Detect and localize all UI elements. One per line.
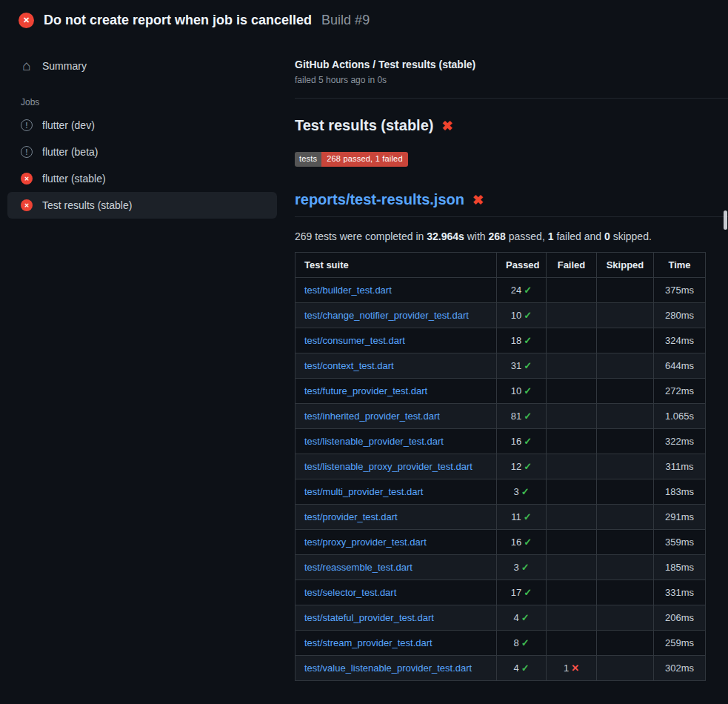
- time-cell: 322ms: [654, 429, 706, 454]
- run-meta: failed 5 hours ago in 0s: [295, 75, 728, 85]
- time-cell: 375ms: [654, 278, 706, 303]
- summary-failed-count: 1: [548, 230, 554, 242]
- job-label: Test results (stable): [42, 199, 132, 211]
- skipped-cell: [597, 505, 654, 530]
- sidebar: ⌂ Summary Jobs ! flutter (dev) ! flutter…: [0, 38, 295, 219]
- passed-cell: 18✓: [497, 328, 547, 353]
- suite-link[interactable]: test/future_provider_test.dart: [304, 385, 427, 396]
- failed-cell: [547, 479, 597, 505]
- passed-cell: 3✓: [497, 479, 547, 505]
- table-row: test/selector_test.dart17✓331ms: [295, 580, 706, 605]
- count-value: 18: [511, 335, 521, 346]
- suite-link[interactable]: test/multi_provider_test.dart: [304, 486, 423, 497]
- sidebar-item-flutter-dev[interactable]: ! flutter (dev): [7, 112, 277, 139]
- table-row: test/value_listenable_provider_test.dart…: [295, 656, 706, 681]
- skipped-cell: [597, 328, 654, 353]
- job-label: flutter (beta): [42, 146, 98, 158]
- suite-cell: test/consumer_test.dart: [295, 328, 497, 353]
- count-value: 4: [513, 663, 518, 674]
- x-icon: ✕: [571, 663, 579, 674]
- skipped-cell: [597, 631, 654, 656]
- sidebar-item-flutter-beta[interactable]: ! flutter (beta): [7, 139, 277, 165]
- passed-cell: 16✓: [497, 429, 547, 454]
- sidebar-item-test-results-stable[interactable]: ✕ Test results (stable): [7, 192, 277, 219]
- failed-cell: [547, 379, 597, 404]
- check-icon: ✓: [524, 385, 532, 396]
- skipped-cell: [597, 580, 654, 605]
- check-icon: ✓: [521, 486, 530, 497]
- suite-link[interactable]: test/proxy_provider_test.dart: [304, 537, 427, 548]
- passed-cell: 10✓: [497, 379, 547, 404]
- summary-skipped-count: 0: [604, 230, 610, 242]
- failed-cell: [547, 555, 597, 580]
- check-icon: ✓: [524, 511, 532, 522]
- skipped-cell: [597, 353, 654, 379]
- time-cell: 206ms: [654, 605, 706, 631]
- suite-link[interactable]: test/listenable_provider_test.dart: [304, 436, 444, 447]
- x-circle-icon: ✕: [21, 173, 33, 185]
- suite-link[interactable]: test/context_test.dart: [304, 360, 394, 371]
- summary-text: failed and: [554, 230, 605, 242]
- suite-link[interactable]: test/inherited_provider_test.dart: [304, 411, 440, 422]
- time-cell: 291ms: [654, 505, 706, 530]
- passed-cell: 4✓: [497, 605, 547, 631]
- table-row: test/multi_provider_test.dart3✓183ms: [295, 479, 706, 505]
- suite-link[interactable]: test/selector_test.dart: [304, 587, 396, 598]
- suite-cell: test/value_listenable_provider_test.dart: [295, 656, 497, 681]
- check-icon: ✓: [524, 335, 532, 346]
- table-header-row: Test suite Passed Failed Skipped Time: [295, 253, 706, 278]
- suite-link[interactable]: test/change_notifier_provider_test.dart: [304, 310, 469, 321]
- failed-cell: [547, 429, 597, 454]
- time-cell: 359ms: [654, 530, 706, 555]
- count-value: 81: [511, 411, 521, 422]
- suite-cell: test/future_provider_test.dart: [295, 379, 497, 404]
- suite-link[interactable]: test/consumer_test.dart: [304, 335, 405, 346]
- sidebar-item-flutter-stable[interactable]: ✕ flutter (stable): [7, 165, 277, 192]
- suite-link[interactable]: test/listenable_proxy_provider_test.dart: [304, 461, 472, 472]
- home-icon: ⌂: [21, 60, 33, 72]
- table-row: test/listenable_provider_test.dart16✓322…: [295, 429, 706, 454]
- jobs-section-label: Jobs: [7, 97, 277, 107]
- failed-cell: [547, 580, 597, 605]
- suite-link[interactable]: test/value_listenable_provider_test.dart: [304, 663, 472, 674]
- suite-link[interactable]: test/stream_provider_test.dart: [304, 637, 433, 648]
- passed-cell: 16✓: [497, 530, 547, 555]
- passed-cell: 4✓: [497, 656, 547, 681]
- failed-cell: [547, 631, 597, 656]
- skipped-cell: [597, 530, 654, 555]
- check-icon: ✓: [524, 537, 532, 548]
- passed-cell: 11✓: [497, 505, 547, 530]
- failed-x-circle-icon: ✕: [19, 13, 34, 28]
- time-cell: 331ms: [654, 580, 706, 605]
- report-title: reports/test-results.json ✖: [295, 191, 728, 217]
- suite-link[interactable]: test/stateful_provider_test.dart: [304, 612, 434, 623]
- passed-cell: 17✓: [497, 580, 547, 605]
- failed-cell: [547, 328, 597, 353]
- passed-cell: 3✓: [497, 555, 547, 580]
- report-file-link[interactable]: reports/test-results.json: [295, 191, 464, 208]
- sidebar-item-summary[interactable]: ⌂ Summary: [7, 53, 277, 79]
- time-cell: 1.065s: [654, 404, 706, 429]
- count-value: 11: [511, 511, 521, 522]
- passed-cell: 31✓: [497, 353, 547, 379]
- failed-cell: [547, 530, 597, 555]
- suite-link[interactable]: test/reassemble_test.dart: [304, 562, 413, 573]
- col-header-test-suite: Test suite: [295, 253, 497, 278]
- suite-link[interactable]: test/provider_test.dart: [304, 511, 398, 522]
- scrollbar-thumb[interactable]: [724, 210, 727, 230]
- table-row: test/future_provider_test.dart10✓272ms: [295, 379, 706, 404]
- suite-cell: test/context_test.dart: [295, 353, 497, 379]
- check-icon: ✓: [524, 436, 532, 447]
- count-value: 10: [511, 385, 521, 396]
- skipped-cell: [597, 605, 654, 631]
- summary-text: with: [464, 230, 489, 242]
- check-icon: ✓: [524, 360, 532, 371]
- table-row: test/stream_provider_test.dart8✓259ms: [295, 631, 706, 656]
- failed-cell: 1✕: [547, 656, 597, 681]
- divider: [295, 98, 728, 99]
- check-icon: ✓: [521, 562, 530, 573]
- suite-link[interactable]: test/builder_test.dart: [304, 285, 392, 296]
- skipped-cell: [597, 656, 654, 681]
- table-row: test/change_notifier_provider_test.dart1…: [295, 303, 706, 328]
- job-label: flutter (stable): [42, 173, 106, 185]
